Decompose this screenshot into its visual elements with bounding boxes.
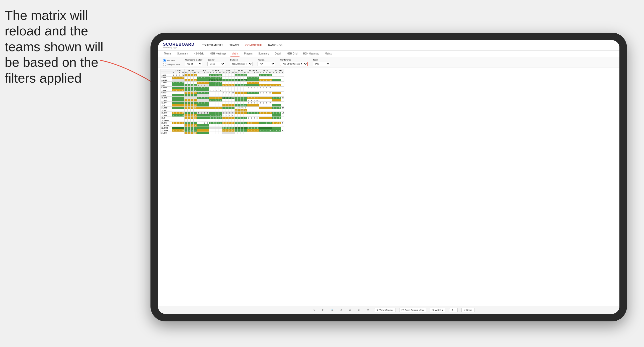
matrix-cell [191,94,194,97]
matrix-cell: 0 [191,129,194,132]
matrix-cell [247,84,250,87]
watch-btn[interactable]: 👁 Watch ▾ [430,308,445,312]
subnav-players[interactable]: Players [243,51,254,57]
add-btn[interactable]: ⊕ [339,308,344,312]
nav-teams[interactable]: TEAMS [229,43,239,48]
matrix-cell: 0 [262,84,265,87]
matrix-cell: 0 [253,129,256,132]
remove-btn[interactable]: ⊖ [348,308,353,312]
matrix-cell: 0 [206,82,209,84]
matrix-area[interactable]: 3. ASU 10. UW 11. UA 22. UCB 24. UO 27. … [158,68,619,306]
max-teams-select[interactable]: Top 25 Top 50 All [185,62,202,66]
matrix-cell: 11 [268,92,272,94]
matrix-cell [206,124,209,127]
region-filter: Region N/A East West [258,59,275,66]
compact-view-radio[interactable]: Compact View [163,63,180,66]
zoom-out-btn[interactable]: 🔍 [329,308,335,312]
undo-btn[interactable]: ↩ [303,308,308,312]
matrix-cell [222,89,225,92]
matrix-cell: 2 [250,112,253,114]
matrix-cell: 1 [247,112,250,114]
matrix-cell: 1 [262,129,265,132]
matrix-cell [237,99,240,102]
matrix-cell: -14 [181,112,185,114]
matrix-cell [234,112,237,114]
matrix-cell: 18 [268,129,272,132]
matrix-cell: 1 [172,112,175,114]
share-options-btn[interactable]: ⚙ ·· [449,308,458,312]
matrix-cell [244,77,247,79]
matrix-cell: 0 [222,92,225,94]
matrix-cell [215,132,218,134]
matrix-cell: 0 [272,122,275,124]
matrix-cell: 0 [256,112,259,114]
matrix-cell [278,99,281,102]
table-row: 23. UNM200-2120025010011010011181600 [161,129,284,132]
subnav-h2hgrid1[interactable]: H2H Grid [193,51,205,57]
matrix-cell [272,87,275,89]
nav-tournaments[interactable]: TOURNAMENTS [202,43,223,48]
subnav-h2hheatmap2[interactable]: H2H Heatmap [302,51,320,57]
team-row-label: 18. U [161,117,172,119]
save-custom-btn[interactable]: 💾 Save Custom View [399,308,426,312]
matrix-cell [197,79,200,82]
division-label: Division [230,59,253,61]
matrix-cell [178,84,181,87]
team-row-label: 13. UT [161,104,172,107]
subnav-h2hheatmap1[interactable]: H2H Heatmap [209,51,227,57]
matrix-cell [197,122,200,124]
subnav-matrix1[interactable]: Matrix [230,51,239,57]
gender-select[interactable]: Men's Women's [207,62,225,66]
division-select[interactable]: NCAA Division I NCAA Division II [230,62,253,66]
matrix-cell: 0 [240,74,244,77]
nav-committee[interactable]: COMMITTEE [245,43,262,48]
matrix-cell [265,82,268,84]
conference-select[interactable]: Pac-12 Conference ▼ (All) [280,62,308,66]
subnav-summary2[interactable]: Summary [257,51,270,57]
timer-btn[interactable]: ⏱ [365,308,370,312]
region-select[interactable]: N/A East West [258,62,275,66]
matrix-cell [275,127,278,129]
team-row-label: 24. UO [161,132,172,134]
matrix-cell [172,119,175,122]
redo-btn[interactable]: ↪ [312,308,317,312]
matrix-cell: 1 [247,117,250,119]
matrix-cell: 1 [250,92,253,94]
subnav-h2hgrid2[interactable]: H2H Grid [286,51,298,57]
matrix-cell: 0 [240,109,244,112]
matrix-cell: 0 [228,84,231,87]
matrix-cell [212,119,215,122]
subnav-teams[interactable]: Teams [163,51,172,57]
matrix-cell: 0 [278,117,281,119]
subnav-detail[interactable]: Detail [274,51,282,57]
matrix-cell: 1 [259,92,262,94]
matrix-cell: 2 [197,102,200,104]
subnav-matrix2[interactable]: Matrix [324,51,333,57]
matrix-cell: 1 [172,82,175,84]
matrix-cell: 50 [244,74,247,77]
matrix-cell [175,104,178,107]
matrix-cell: 0 [194,89,197,92]
close-btn[interactable]: ✕ [356,308,361,312]
matrix-cell [259,114,262,117]
matrix-cell: 0 [253,82,256,84]
full-view-radio[interactable]: Full View [163,59,180,62]
matrix-cell: 0 [275,84,278,87]
matrix-cell: 1 [197,97,200,99]
matrix-cell: 10 [256,129,259,132]
matrix-cell [281,79,284,82]
nav-rankings[interactable]: RANKINGS [268,43,282,48]
matrix-cell [197,74,200,77]
matrix-cell [231,94,234,97]
view-original-btn[interactable]: 👁 View: Original [374,308,395,312]
matrix-cell [234,127,237,129]
team-select[interactable]: (All) [313,62,330,66]
table-row: 5. UT140350100220011002000100 [161,84,284,87]
share-btn[interactable]: ↗ Share [461,308,475,312]
subnav-summary1[interactable]: Summary [176,51,189,57]
matrix-cell [234,94,237,97]
refresh-btn[interactable]: ⟳ [320,308,326,312]
matrix-cell [259,109,262,112]
matrix-cell [209,87,212,89]
matrix-cell: 0 [272,117,275,119]
